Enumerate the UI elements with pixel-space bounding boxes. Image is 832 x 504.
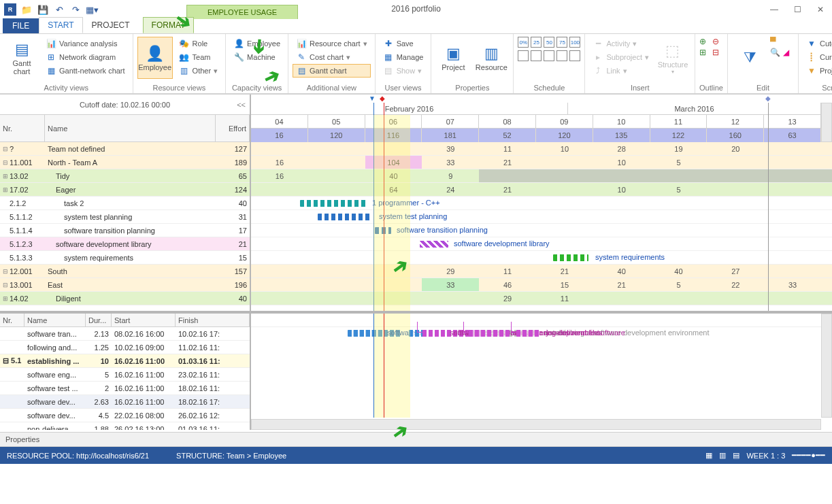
cutoff-date-button[interactable]: ▼Cutoff date <box>803 37 832 50</box>
table-row[interactable]: ⊞14.02Diligent40 <box>0 292 250 305</box>
qat-save-icon[interactable]: 💾 <box>37 3 49 16</box>
table-row[interactable]: 5.1.3.3system requirements15 <box>0 251 250 265</box>
qat-redo-icon[interactable]: ↷ <box>69 3 82 16</box>
highlight-icon[interactable]: ▀ <box>770 37 781 48</box>
cap-employee-button[interactable]: 👤Employee <box>230 37 284 50</box>
cap-machine-button[interactable]: 🔧Machine <box>230 50 284 64</box>
collapse-button[interactable]: << <box>237 101 246 109</box>
scrollbar-v[interactable] <box>821 314 832 418</box>
col-hdr-name[interactable]: Name <box>24 314 86 326</box>
table-row[interactable]: following and...1.2510.02.16 09:0011.02.… <box>0 341 250 354</box>
other-icon: ▥ <box>179 65 190 76</box>
table-row[interactable]: 5.1.2.3software development library21 <box>0 237 250 251</box>
current-date-button[interactable]: ┋Current date <box>803 50 832 64</box>
qat-undo-icon[interactable]: ↶ <box>53 3 65 16</box>
additional-gantt-chart-button[interactable]: ▤Gantt chart <box>293 64 371 78</box>
cutoff-marker-icon: ▼ <box>369 95 376 102</box>
table-row[interactable]: 5.1.1.2system test planning31 <box>0 210 250 224</box>
outline-collapse-icon[interactable]: ⊖ <box>712 37 723 48</box>
table-row[interactable]: ⊞17.02Eager124 <box>0 183 250 197</box>
bottom-gantt[interactable]: software installation planningsoftware t… <box>251 314 832 430</box>
table-row[interactable]: 2.1.2task 240 <box>0 197 250 210</box>
status-view-icon[interactable]: ▦ <box>705 451 712 460</box>
resource-props-button[interactable]: ▥Resource <box>473 37 509 79</box>
table-row[interactable]: ⊟12.001South157 <box>0 265 250 278</box>
bottom-left-grid: Nr. Name Dur... Start Finish software tr… <box>0 314 251 430</box>
close-button[interactable]: ✕ <box>809 1 832 18</box>
top-gantt[interactable]: ▼ ◆ ◆ February 2016March 2016 0405060708… <box>251 95 832 311</box>
variance-analysis-button[interactable]: 📊Variance analysis <box>42 37 129 50</box>
status-view-icon[interactable]: ▤ <box>733 451 739 460</box>
sched-25-button[interactable]: 25 <box>531 37 542 48</box>
gantt-chart-button[interactable]: ▤ Gantt chart <box>4 37 39 79</box>
table-row[interactable]: software dev...2.6316.02.16 11:0018.02.1… <box>0 395 250 409</box>
scrollbar-v[interactable] <box>821 103 832 142</box>
col-hdr-nr[interactable]: Nr. <box>0 115 45 141</box>
table-row[interactable]: software tran...2.1308.02.16 16:0010.02.… <box>0 327 250 341</box>
gantt-lane: software transition planning <box>251 339 832 352</box>
structure-icon: ⬚ <box>665 41 680 61</box>
manage-view-button[interactable]: ▦Manage <box>380 50 427 64</box>
table-row[interactable]: ⊞13.02Tidy65 <box>0 169 250 183</box>
col-hdr-dur[interactable]: Dur... <box>86 314 112 326</box>
project-start-button[interactable]: ▼Project start ▾ <box>803 64 832 78</box>
filter-button[interactable]: ⧩ <box>732 37 767 79</box>
sched-btn[interactable] <box>556 50 567 61</box>
minimize-button[interactable]: — <box>763 1 786 18</box>
properties-bar[interactable]: Properties <box>0 432 832 447</box>
employee-button[interactable]: 👤 Employee <box>137 37 173 79</box>
table-row[interactable]: software eng...516.02.16 11:0023.02.16 1… <box>0 368 250 382</box>
qat-calendar-icon[interactable]: ▦▾ <box>86 3 98 16</box>
group-label: Properties <box>435 82 509 92</box>
qat-open-icon[interactable]: 📁 <box>20 3 33 16</box>
table-row[interactable]: ⊟13.001East196 <box>0 278 250 292</box>
table-row[interactable]: 5.1.1.4software transition planning17 <box>0 224 250 237</box>
group-label: Resource views <box>137 82 222 92</box>
project-vline <box>768 103 769 311</box>
find-icon[interactable]: 🔍 <box>770 48 781 58</box>
project-props-button[interactable]: ▣Project <box>435 37 471 79</box>
sched-50-button[interactable]: 50 <box>544 37 554 48</box>
col-hdr-finish[interactable]: Finish <box>176 314 250 326</box>
sched-0-button[interactable]: 0% <box>518 37 529 48</box>
tab-file[interactable]: FILE <box>3 18 39 33</box>
col-hdr-effort[interactable]: Effort <box>216 115 250 141</box>
sched-btn[interactable] <box>569 50 580 61</box>
sched-btn[interactable] <box>518 50 529 61</box>
save-view-button[interactable]: ✚Save <box>380 37 427 50</box>
role-button[interactable]: 🎭Role <box>176 37 222 50</box>
sched-btn[interactable] <box>531 50 542 61</box>
outline-collapse-all-icon[interactable]: ⊟ <box>712 48 723 58</box>
col-hdr-name[interactable]: Name <box>45 115 216 141</box>
tab-project[interactable]: PROJECT <box>83 17 139 33</box>
erase-icon[interactable]: ◢ <box>783 48 794 58</box>
table-row[interactable]: ⊟?Team not defined127 <box>0 142 250 156</box>
resource-chart-button[interactable]: 📊Resource chart ▾ <box>293 37 371 50</box>
scrollbar-h[interactable] <box>251 419 821 430</box>
col-hdr-nr[interactable]: Nr. <box>0 314 24 326</box>
cost-chart-button[interactable]: ✎Cost chart ▾ <box>293 50 371 64</box>
tab-start[interactable]: START <box>39 17 82 33</box>
insert-activity-button: ━Activity ▾ <box>589 37 652 50</box>
other-button[interactable]: ▥Other ▾ <box>176 64 222 78</box>
table-row[interactable]: software dev...4.522.02.16 08:0026.02.16… <box>0 409 250 422</box>
table-row[interactable]: software test ...216.02.16 11:0018.02.16… <box>0 382 250 395</box>
sched-75-button[interactable]: 75 <box>556 37 567 48</box>
table-row[interactable]: ⊟ 5.1establishing ...1016.02.16 11:0001.… <box>0 354 250 368</box>
table-row[interactable]: non-delivera...1.8826.02.16 13:0001.03.1… <box>0 422 250 430</box>
network-diagram-button[interactable]: ⊞Network diagram <box>42 50 129 64</box>
gantt-network-chart-button[interactable]: ▦Gantt-network chart <box>42 64 129 78</box>
team-button[interactable]: 👥Team <box>176 50 222 64</box>
zoom-slider[interactable]: ━━━━●━━ <box>792 451 825 460</box>
tab-format[interactable]: FORMAT <box>143 17 195 33</box>
sched-100-button[interactable]: 100 <box>569 37 580 48</box>
maximize-button[interactable]: ☐ <box>786 1 809 18</box>
top-left-grid: Cutoff date: 10.02.16 00:00 << Nr. Name … <box>0 95 251 311</box>
show-icon: ▤ <box>383 65 394 76</box>
sched-btn[interactable] <box>544 50 554 61</box>
status-view-icon[interactable]: ▥ <box>719 451 726 460</box>
outline-expand-all-icon[interactable]: ⊞ <box>699 48 710 58</box>
table-row[interactable]: ⊟11.001North - Team A189 <box>0 156 250 169</box>
col-hdr-start[interactable]: Start <box>112 314 176 326</box>
outline-expand-icon[interactable]: ⊕ <box>699 37 710 48</box>
